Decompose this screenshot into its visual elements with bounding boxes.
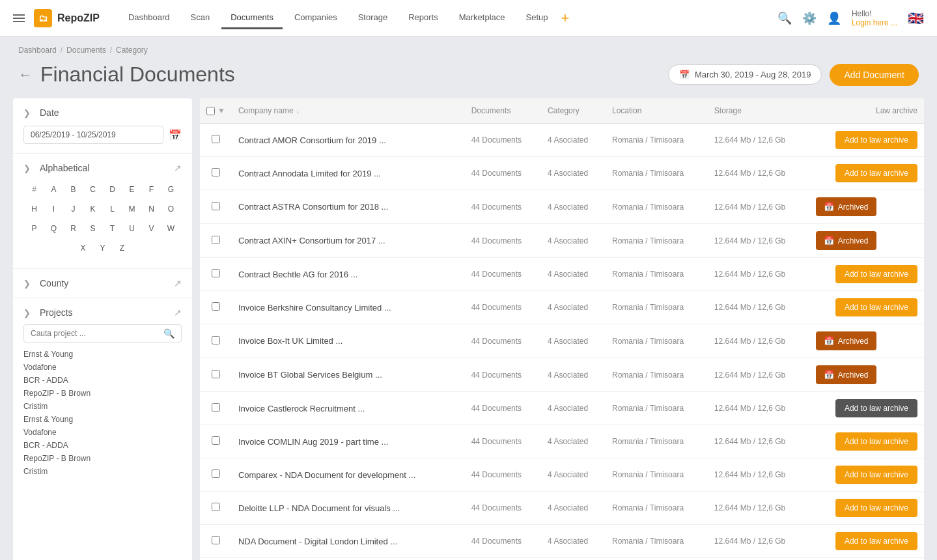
nav-link-scan[interactable]: Scan	[182, 7, 219, 29]
alpha-btn-t[interactable]: T	[104, 220, 121, 237]
alpha-btn-b[interactable]: B	[65, 181, 82, 198]
project-item[interactable]: RepoZIP - B Brown	[23, 452, 182, 465]
row-checkbox[interactable]	[212, 168, 220, 176]
external-link-icon[interactable]: ↗	[174, 307, 182, 318]
row-company-name[interactable]: Techical document - Dimension Data Belgi…	[232, 558, 465, 561]
alpha-btn-c[interactable]: C	[85, 181, 102, 198]
select-all-checkbox[interactable]	[206, 107, 215, 115]
external-link-icon[interactable]: ↗	[174, 163, 182, 173]
alpha-btn-a[interactable]: A	[46, 181, 63, 198]
add-to-archive-button[interactable]: Add to law archive	[835, 164, 917, 182]
alpha-btn-w[interactable]: W	[163, 220, 180, 237]
add-to-archive-button[interactable]: Add to law archive	[835, 131, 917, 149]
alpha-btn-u[interactable]: U	[124, 220, 141, 237]
archived-button[interactable]: 📅Archived	[816, 331, 876, 350]
row-company-name[interactable]: Comparex - NDA Document for development …	[232, 458, 465, 492]
project-item[interactable]: Cristim	[23, 465, 182, 478]
add-to-archive-button[interactable]: Add to law archive	[835, 399, 917, 417]
add-to-archive-button[interactable]: Add to law archive	[835, 466, 917, 484]
row-company-name[interactable]: Invoice Berkshire Consultancy Limited ..…	[232, 291, 465, 324]
alpha-btn-n[interactable]: N	[143, 201, 160, 217]
archived-button[interactable]: 📅Archived	[816, 197, 876, 216]
row-checkbox[interactable]	[212, 436, 220, 445]
user-icon[interactable]: 👤	[827, 11, 841, 25]
add-to-archive-button[interactable]: Add to law archive	[835, 499, 917, 517]
archived-button[interactable]: 📅Archived	[816, 365, 876, 384]
alpha-btn-e[interactable]: E	[124, 181, 141, 198]
row-checkbox[interactable]	[212, 469, 220, 478]
archived-button[interactable]: 📅Archived	[816, 231, 876, 250]
filter-dropdown-icon[interactable]: ▼	[217, 106, 225, 115]
alpha-btn-g[interactable]: G	[163, 181, 180, 198]
sort-arrow-icon[interactable]: ↓	[296, 107, 300, 115]
row-checkbox[interactable]	[212, 269, 220, 277]
nav-link-marketplace[interactable]: Marketplace	[450, 7, 514, 29]
row-checkbox[interactable]	[212, 236, 220, 244]
login-text[interactable]: Login here ...	[852, 18, 897, 27]
row-checkbox[interactable]	[212, 336, 220, 344]
alpha-btn-d[interactable]: D	[104, 181, 121, 198]
row-checkbox[interactable]	[212, 403, 220, 412]
alpha-btn-r[interactable]: R	[65, 220, 82, 237]
project-item[interactable]: Ernst & Young	[23, 348, 182, 361]
alpha-btn-h[interactable]: H	[26, 201, 43, 217]
search-icon[interactable]: 🔍	[777, 11, 792, 25]
row-checkbox[interactable]	[212, 370, 220, 378]
row-checkbox[interactable]	[212, 202, 220, 210]
back-button[interactable]: ←	[18, 66, 33, 83]
add-to-archive-button[interactable]: Add to law archive	[835, 532, 917, 550]
alpha-btn-f[interactable]: F	[143, 181, 160, 198]
row-company-name[interactable]: Contract ASTRA Consortium for 2018 ...	[232, 190, 465, 224]
alpha-btn-p[interactable]: P	[26, 220, 43, 237]
alpha-btn-s[interactable]: S	[85, 220, 102, 237]
nav-link-dashboard[interactable]: Dashboard	[119, 7, 179, 29]
row-company-name[interactable]: Deloitte LLP - NDA Document for visuals …	[232, 492, 465, 525]
nav-link-companies[interactable]: Companies	[285, 7, 346, 29]
alpha-btn-#[interactable]: #	[26, 181, 43, 198]
project-item[interactable]: BCR - ADDA	[23, 374, 182, 387]
project-item[interactable]: Vodafone	[23, 426, 182, 439]
alpha-section-header[interactable]: ❯ Alphabetical ↗	[23, 163, 182, 173]
row-company-name[interactable]: NDA Document - Digital London Limited ..…	[232, 525, 465, 558]
row-company-name[interactable]: Contract AXIN+ Consortium for 2017 ...	[232, 224, 465, 258]
project-item[interactable]: Ernst & Young	[23, 413, 182, 426]
nav-link-setup[interactable]: Setup	[517, 7, 557, 29]
project-item[interactable]: RepoZIP - B Brown	[23, 387, 182, 400]
nav-link-reports[interactable]: Reports	[399, 7, 447, 29]
row-checkbox[interactable]	[212, 536, 220, 544]
breadcrumb-documents[interactable]: Documents	[66, 46, 106, 55]
row-company-name[interactable]: Contract Bechtle AG for 2016 ...	[232, 258, 465, 291]
row-checkbox[interactable]	[212, 135, 220, 143]
alpha-btn-j[interactable]: J	[65, 201, 82, 217]
row-company-name[interactable]: Contract Annodata Limited for 2019 ...	[232, 157, 465, 190]
external-link-icon[interactable]: ↗	[174, 278, 182, 288]
alpha-btn-m[interactable]: M	[124, 201, 141, 217]
project-item[interactable]: Vodafone	[23, 361, 182, 374]
nav-add-button[interactable]: +	[561, 10, 570, 27]
alpha-btn-v[interactable]: V	[143, 220, 160, 237]
add-to-archive-button[interactable]: Add to law archive	[835, 298, 917, 316]
add-to-archive-button[interactable]: Add to law archive	[835, 265, 917, 283]
alpha-btn-i[interactable]: I	[46, 201, 63, 217]
settings-icon[interactable]: ⚙️	[802, 11, 817, 25]
alpha-btn-x[interactable]: X	[75, 240, 92, 257]
row-checkbox[interactable]	[212, 302, 220, 311]
row-company-name[interactable]: Contract AMOR Consortium for 2019 ...	[232, 124, 465, 157]
alpha-btn-q[interactable]: Q	[46, 220, 63, 237]
date-calendar-icon[interactable]: 📅	[169, 129, 182, 141]
project-item[interactable]: Cristim	[23, 400, 182, 413]
alpha-btn-k[interactable]: K	[85, 201, 102, 217]
date-range-button[interactable]: 📅 March 30, 2019 - Aug 28, 2019	[668, 64, 822, 85]
nav-link-storage[interactable]: Storage	[349, 7, 397, 29]
row-company-name[interactable]: Invoice Castlerock Recruitment ...	[232, 392, 465, 425]
row-checkbox[interactable]	[212, 503, 220, 511]
alpha-btn-y[interactable]: Y	[94, 240, 111, 257]
row-company-name[interactable]: Invoice Box-It UK Limited ...	[232, 324, 465, 358]
nav-link-documents[interactable]: Documents	[221, 7, 283, 29]
breadcrumb-dashboard[interactable]: Dashboard	[18, 46, 57, 55]
date-section-header[interactable]: ❯ Date	[23, 107, 182, 118]
row-company-name[interactable]: Invoice BT Global Services Belgium ...	[232, 358, 465, 392]
date-range-input[interactable]	[23, 126, 163, 144]
row-company-name[interactable]: Invoice COMLIN Aug 2019 - part time ...	[232, 425, 465, 458]
county-section-header[interactable]: ❯ County ↗	[23, 278, 182, 288]
